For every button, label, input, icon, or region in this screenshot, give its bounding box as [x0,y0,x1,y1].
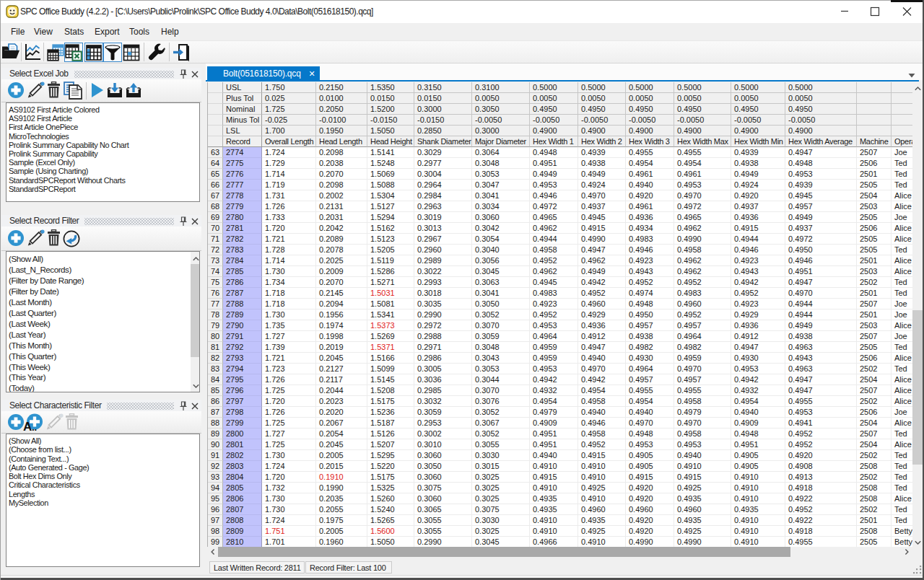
svg-text:..: .. [32,422,37,433]
svg-text:A: A [23,420,32,433]
